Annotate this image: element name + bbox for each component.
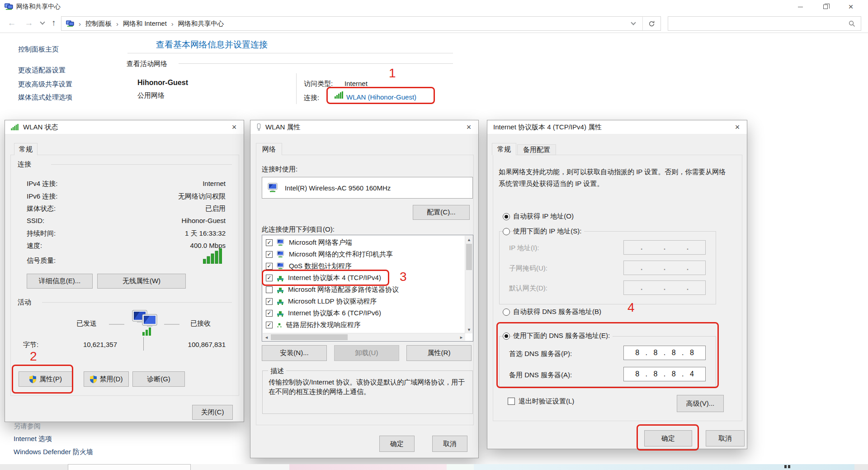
checkbox[interactable]: ✓ xyxy=(266,322,273,328)
sidebar-item-change-advanced-sharing[interactable]: 更改高级共享设置 xyxy=(18,80,72,89)
stat-label: 速度: xyxy=(27,242,42,250)
address-dropdown-button[interactable] xyxy=(624,17,642,30)
window-fragment xyxy=(447,464,474,470)
tab-general[interactable]: 常规 xyxy=(14,143,38,155)
forward-button[interactable]: → xyxy=(22,16,36,30)
page-title: 查看基本网络信息并设置连接 xyxy=(156,39,268,51)
wireless-properties-button[interactable]: 无线属性(W) xyxy=(97,274,186,289)
stat-row: SSID:Hihonor-Guest xyxy=(27,217,226,224)
list-item[interactable]: ✓链路层拓扑发现响应程序 xyxy=(263,319,361,331)
breadcrumb-item-network-sharing-center[interactable]: 网络和共享中心 xyxy=(178,19,224,28)
default-gateway-label: 默认网关(D): xyxy=(509,284,547,293)
breadcrumb-item-control-panel[interactable]: 控制面板 xyxy=(85,19,112,28)
install-button[interactable]: 安装(N)... xyxy=(262,345,327,361)
scroll-up-icon[interactable]: ▲ xyxy=(465,236,473,243)
list-item[interactable]: ✓Internet 协议版本 6 (TCP/IPv6) xyxy=(263,307,381,319)
alternate-dns-field[interactable]: 8 . 8 . 8 . 4 xyxy=(623,367,706,381)
breadcrumb-item-network-internet[interactable]: 网络和 Internet xyxy=(123,19,167,28)
tab-alternate-configuration[interactable]: 备用配置 xyxy=(517,144,556,155)
annotation-number-3: 3 xyxy=(400,270,407,284)
radio-auto-dns[interactable] xyxy=(503,309,510,316)
scroll-left-icon[interactable]: ◄ xyxy=(263,333,270,341)
diagnose-button[interactable]: 诊断(G) xyxy=(132,371,185,387)
sidebar-item-change-adapter-settings[interactable]: 更改适配器设置 xyxy=(18,66,66,75)
tab-network[interactable]: 网络 xyxy=(256,143,282,155)
validate-checkbox[interactable] xyxy=(508,398,515,405)
tab-general[interactable]: 常规 xyxy=(492,143,516,155)
sidebar-item-internet-options[interactable]: Internet 选项 xyxy=(14,435,52,443)
cancel-button[interactable]: 取消 xyxy=(432,436,467,452)
close-button[interactable]: × xyxy=(226,120,243,134)
checkbox[interactable]: ✓ xyxy=(266,263,273,270)
window-fragment xyxy=(289,464,447,470)
cancel-button[interactable]: 取消 xyxy=(706,430,745,446)
list-item[interactable]: ✓Microsoft 网络的文件和打印机共享 xyxy=(263,248,393,260)
wlan-properties-dialog: WLAN 属性 × 网络 连接时使用: Intel(R) Wireless-AC… xyxy=(250,120,479,458)
description-text: 传输控制协议/Internet 协议。该协议是默认的广域网络协议，用于在不同的相… xyxy=(269,377,467,396)
radio-manual-dns-label[interactable]: 使用下面的 DNS 服务器地址(E): xyxy=(513,332,613,340)
adapter-name: Intel(R) Wireless-AC 9560 160MHz xyxy=(285,184,391,192)
close-icon: × xyxy=(467,123,472,132)
radio-auto-ip[interactable] xyxy=(503,213,510,220)
checkbox[interactable]: ✓ xyxy=(266,310,273,317)
network-center-icon xyxy=(66,20,74,27)
checkbox[interactable] xyxy=(266,286,273,293)
list-item[interactable]: ✓Microsoft 网络客户端 xyxy=(263,237,352,248)
ok-button[interactable]: 确定 xyxy=(644,430,692,446)
configure-button[interactable]: 配置(C)... xyxy=(413,205,470,220)
advanced-button[interactable]: 高级(V)... xyxy=(677,395,724,412)
scroll-right-icon[interactable]: ► xyxy=(458,333,465,341)
radio-manual-ip-label[interactable]: 使用下面的 IP 地址(S): xyxy=(513,227,584,236)
ipv4-properties-titlebar: Internet 协议版本 4 (TCP/IPv4) 属性 xyxy=(487,120,747,134)
checkbox[interactable]: ✓ xyxy=(266,239,273,246)
checkbox[interactable]: ✓ xyxy=(266,275,273,281)
disable-button[interactable]: 禁用(D) xyxy=(84,371,129,387)
address-bar[interactable]: › 控制面板 › 网络和 Internet › 网络和共享中心 xyxy=(61,16,661,31)
back-button[interactable]: ← xyxy=(5,16,19,30)
preferred-dns-field[interactable]: 8 . 8 . 8 . 8 xyxy=(623,346,706,360)
ok-button[interactable]: 确定 xyxy=(379,436,415,452)
activity-group-label: 活动 xyxy=(18,298,31,307)
restore-button[interactable] xyxy=(814,0,837,14)
radio-auto-ip-label[interactable]: 自动获得 IP 地址(O) xyxy=(513,212,574,221)
details-button[interactable]: 详细信息(E)... xyxy=(27,274,93,289)
recent-locations-button[interactable] xyxy=(37,16,48,30)
scroll-down-icon[interactable]: ▼ xyxy=(465,326,473,333)
search-input[interactable] xyxy=(672,18,844,29)
close-button[interactable]: × xyxy=(729,120,746,134)
list-item[interactable]: Microsoft 网络适配器多路传送器协议 xyxy=(263,284,399,295)
checkbox[interactable]: ✓ xyxy=(266,251,273,258)
wlan-connection-link[interactable]: WLAN (Hihonor-Guest) xyxy=(346,93,416,101)
list-item[interactable]: ✓QoS 数据包计划程序 xyxy=(263,260,352,272)
radio-manual-dns[interactable] xyxy=(503,332,510,340)
close-button[interactable]: × xyxy=(840,0,862,14)
subnet-mask-label: 子网掩码(U): xyxy=(509,264,547,273)
protocol-list[interactable]: ✓Microsoft 网络客户端 ✓Microsoft 网络的文件和打印机共享 … xyxy=(262,235,473,342)
window-fragment xyxy=(0,464,68,470)
close-dialog-button[interactable]: 关闭(C) xyxy=(192,405,233,420)
sidebar-see-also-header: 另请参阅 xyxy=(14,422,41,431)
checkbox[interactable]: ✓ xyxy=(266,298,273,305)
sidebar-item-media-streaming[interactable]: 媒体流式处理选项 xyxy=(18,93,72,102)
ip-address-field: . . . xyxy=(623,240,706,255)
connection-group-label: 连接 xyxy=(18,160,31,169)
horizontal-scrollbar[interactable]: ◄ ► xyxy=(263,333,465,341)
sidebar-item-control-panel-home[interactable]: 控制面板主页 xyxy=(18,45,59,54)
up-button[interactable]: ↑ xyxy=(47,16,61,30)
protocol-properties-button[interactable]: 属性(R) xyxy=(406,345,472,361)
search-container xyxy=(668,16,861,31)
sidebar-item-windows-defender-firewall[interactable]: Windows Defender 防火墙 xyxy=(14,448,93,456)
refresh-button[interactable] xyxy=(642,17,660,30)
access-type-label: 访问类型: xyxy=(304,80,333,88)
close-button[interactable]: × xyxy=(460,120,477,134)
ip-address-label: IP 地址(I): xyxy=(509,244,539,252)
protocol-icon xyxy=(277,322,282,328)
properties-button[interactable]: 属性(P) xyxy=(19,371,73,387)
radio-auto-dns-label[interactable]: 自动获得 DNS 服务器地址(B) xyxy=(513,308,601,316)
minimize-button[interactable] xyxy=(789,0,811,14)
vertical-scrollbar[interactable]: ▲ ▼ xyxy=(465,236,472,333)
validate-checkbox-label[interactable]: 退出时验证设置(L) xyxy=(519,397,574,406)
list-item[interactable]: ✓Microsoft LLDP 协议驱动程序 xyxy=(263,295,377,307)
list-item-tcpipv4[interactable]: ✓Internet 协议版本 4 (TCP/IPv4) xyxy=(263,272,381,284)
radio-manual-ip[interactable] xyxy=(503,228,510,235)
